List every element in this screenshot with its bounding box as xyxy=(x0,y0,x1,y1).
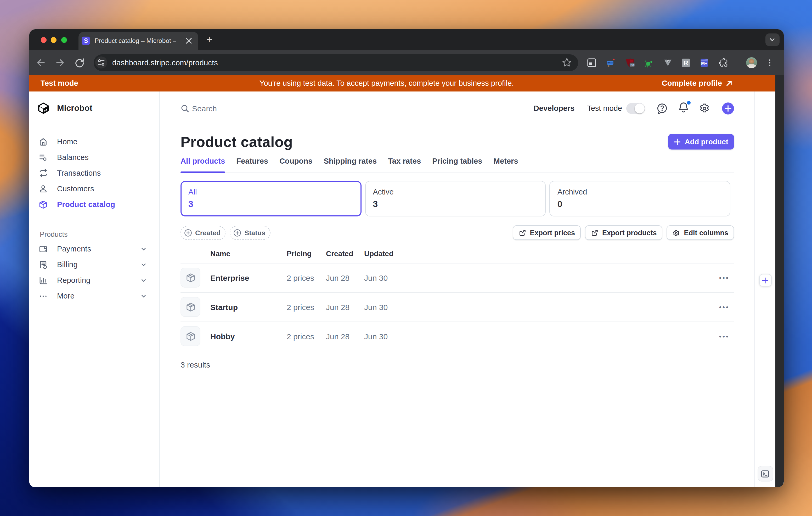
svg-text:R: R xyxy=(684,59,688,66)
svg-text:23: 23 xyxy=(631,63,634,67)
svg-text:M+: M+ xyxy=(701,61,707,66)
